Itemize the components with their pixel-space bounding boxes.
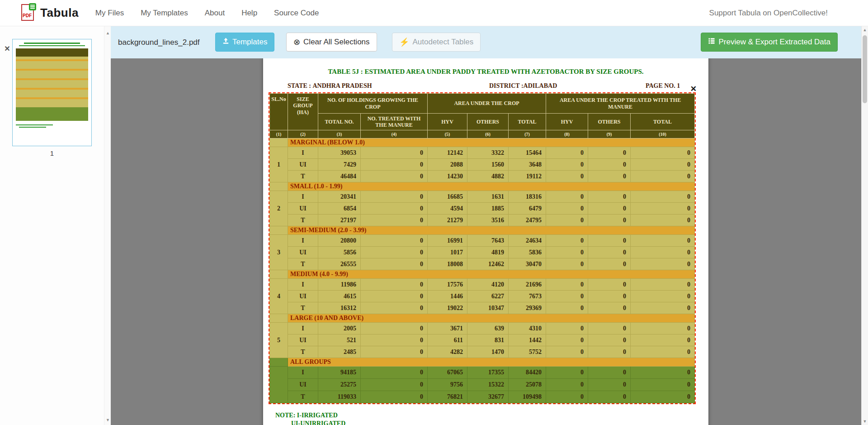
pdf-table-header: SL.No SIZE GROUP (HA) NO. OF HOLDINGS GR… [270, 94, 695, 138]
group-band-row: SEMI-MEDIUM (2.0 - 3.99) [270, 226, 695, 235]
remove-circle-icon: ⊗ [293, 38, 300, 46]
preview-export-button[interactable]: Preview & Export Extracted Data [701, 33, 838, 52]
value-cell: 0 [631, 258, 695, 270]
value-cell: 0 [361, 291, 428, 302]
header-treated-group: AREA UNDER THE CROP TREATED WITH THE MAN… [546, 94, 695, 114]
templates-button[interactable]: Templates [215, 33, 274, 52]
page-no-label: PAGE NO. 1 [646, 82, 680, 90]
value-cell: 67065 [428, 367, 467, 379]
value-cell: 15464 [509, 147, 546, 159]
group-band-row: ALL GROUPS [270, 358, 695, 367]
value-cell: 0 [631, 203, 695, 215]
pdf-table: SL.No SIZE GROUP (HA) NO. OF HOLDINGS GR… [269, 93, 695, 403]
col-number: (10) [631, 130, 695, 138]
value-cell: 0 [546, 302, 588, 314]
value-cell: 0 [588, 171, 631, 182]
row-type-cell: T [288, 391, 318, 403]
value-cell: 24795 [509, 215, 546, 226]
table-data-row: T265550180081246230470000 [270, 258, 695, 270]
autodetect-tables-button[interactable]: ⚡ Autodetect Tables [392, 33, 481, 52]
row-type-cell: I [288, 147, 318, 159]
value-cell: 94185 [318, 367, 361, 379]
row-type-cell: UI [288, 379, 318, 391]
table-data-row: UI74290208815603648000 [270, 159, 695, 171]
value-cell: 1442 [509, 334, 546, 346]
value-cell: 0 [588, 391, 631, 403]
nav-link-my-templates[interactable]: My Templates [141, 9, 188, 18]
value-cell: 0 [631, 235, 695, 247]
value-cell: 39053 [318, 147, 361, 159]
window-scrollbar[interactable]: ▲ ▼ [861, 26, 868, 425]
value-cell: 611 [428, 334, 467, 346]
tabula-logo-icon: PDF [20, 3, 36, 23]
nav-link-source-code[interactable]: Source Code [274, 9, 319, 18]
tabula-brand[interactable]: PDF Tabula [20, 3, 79, 23]
group-band-row: LARGE (10 AND ABOVE) [270, 314, 695, 323]
row-type-cell: T [288, 258, 318, 270]
thumb-note-line2 [19, 127, 46, 128]
sl-no-cell: 5 [270, 323, 288, 358]
scroll-up-icon[interactable]: ▲ [862, 28, 868, 32]
value-cell: 1560 [467, 159, 509, 171]
header-hyv-2: HYV [546, 114, 588, 130]
page-1-thumbnail[interactable] [12, 39, 92, 146]
table-data-row: T11903307682132677109498000 [270, 391, 695, 403]
value-cell: 0 [361, 367, 428, 379]
nav-link-help[interactable]: Help [241, 9, 257, 18]
value-cell: 0 [631, 291, 695, 302]
note-irrigated: NOTE: I-IRRIGATED [275, 412, 338, 419]
value-cell: 19112 [509, 171, 546, 182]
thumb-table-header [16, 48, 88, 57]
value-cell: 0 [588, 334, 631, 346]
pdf-page[interactable]: TABLE 5J : ESTIMATED AREA UNDER PADDY TR… [263, 58, 708, 425]
scroll-up-icon[interactable]: ▲ [104, 31, 111, 35]
header-others-1: OTHERS [467, 114, 509, 130]
value-cell: 4594 [428, 203, 467, 215]
group-band-label: ALL GROUPS [288, 358, 695, 367]
clear-all-selections-button[interactable]: ⊗ Clear All Selections [286, 33, 377, 52]
table-data-row: 4I11986017576412021696000 [270, 279, 695, 291]
scrollbar-thumb[interactable] [863, 35, 867, 103]
value-cell: 4310 [509, 323, 546, 334]
sidebar-scrollbar[interactable]: ▲ ▼ [104, 26, 111, 425]
sl-no-cell: 1 [270, 147, 288, 182]
row-type-cell: UI [288, 334, 318, 346]
value-cell: 0 [546, 367, 588, 379]
thumb-green-block [16, 107, 88, 121]
value-cell: 0 [631, 247, 695, 258]
nav-link-about[interactable]: About [205, 9, 225, 18]
value-cell: 0 [546, 247, 588, 258]
value-cell: 0 [588, 302, 631, 314]
support-link[interactable]: Support Tabula on OpenCollective! [709, 9, 828, 18]
col-number: (1) [270, 130, 288, 138]
nav-link-my-files[interactable]: My Files [95, 9, 124, 18]
value-cell: 0 [361, 171, 428, 182]
state-label: STATE : ANDHRA PRADESH [288, 82, 372, 90]
value-cell: 831 [467, 334, 509, 346]
group-band-label: MARGINAL (BELOW 1.0) [288, 138, 695, 147]
value-cell: 0 [546, 171, 588, 182]
col-number: (4) [361, 130, 428, 138]
thumb-title-line [24, 43, 80, 44]
value-cell: 0 [361, 323, 428, 334]
clear-button-label: Clear All Selections [303, 38, 369, 47]
header-size-group: SIZE GROUP (HA) [288, 94, 318, 130]
value-cell: 0 [631, 323, 695, 334]
value-cell: 0 [546, 235, 588, 247]
row-type-cell: I [288, 191, 318, 203]
value-cell: 0 [361, 391, 428, 403]
value-cell: 0 [546, 159, 588, 171]
col-number: (5) [428, 130, 467, 138]
table-selection-box[interactable]: ✕ SL.No SIZE GROUP (HA) NO. OF HOLDINGS … [269, 92, 696, 404]
scroll-down-icon[interactable]: ▼ [862, 419, 868, 424]
value-cell: 0 [361, 147, 428, 159]
row-type-cell: T [288, 346, 318, 358]
selection-close-icon[interactable]: ✕ [690, 84, 697, 94]
value-cell: 12142 [428, 147, 467, 159]
value-cell: 25275 [318, 379, 361, 391]
table-data-row: 2I20341016685163118316000 [270, 191, 695, 203]
remove-page-icon[interactable]: ✕ [3, 44, 12, 53]
scroll-down-icon[interactable]: ▼ [104, 418, 111, 422]
value-cell: 26555 [318, 258, 361, 270]
value-cell: 3648 [509, 159, 546, 171]
